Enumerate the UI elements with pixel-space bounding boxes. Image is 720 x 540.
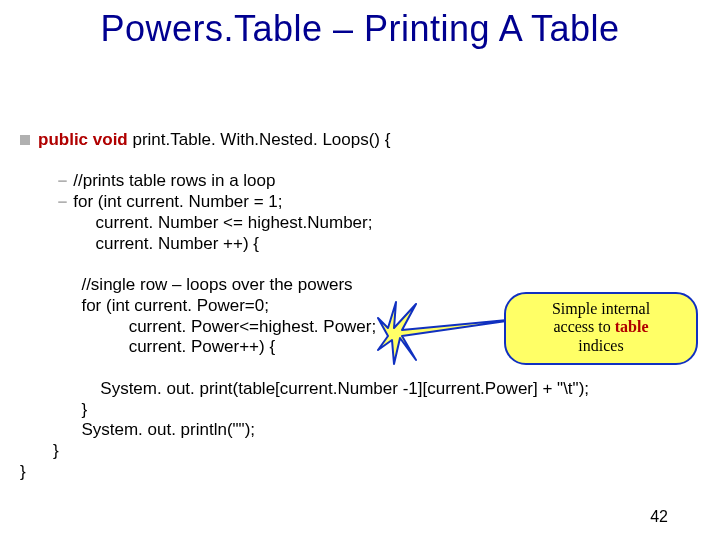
code-text: print.Table. With.Nested. Loops() { — [128, 130, 391, 149]
code-text: } — [20, 462, 26, 481]
slide-number: 42 — [650, 508, 668, 526]
code-line: –for (int current. Number = 1; — [20, 192, 700, 213]
code-text: System. out. println(""); — [81, 420, 255, 439]
code-text: //single row – loops over the powers — [81, 275, 352, 294]
title-wrap: Powers.Table – Printing A Table — [0, 8, 720, 50]
code-text: } — [53, 441, 59, 460]
code-text: current. Number ++) { — [96, 234, 259, 253]
blank-line — [20, 151, 700, 172]
code-line: } — [20, 441, 700, 462]
callout-text: Simple internal — [552, 300, 650, 317]
callout-keyword: table — [615, 318, 649, 335]
code-line: System. out. print(table[current.Number … — [20, 379, 700, 400]
code-text: //prints table rows in a loop — [73, 171, 275, 190]
slide: Powers.Table – Printing A Table public v… — [0, 0, 720, 540]
code-line: } — [20, 400, 700, 421]
bullet-square-icon — [20, 135, 30, 145]
callout-text: access to — [553, 318, 614, 335]
callout-bubble: Simple internal access to table indices — [504, 292, 698, 365]
code-text: System. out. print(table[current.Number … — [100, 379, 589, 398]
code-line: current. Number ++) { — [20, 234, 700, 255]
code-text: for (int current. Power=0; — [81, 296, 269, 315]
dash-icon: – — [58, 171, 67, 192]
dash-icon: – — [58, 192, 67, 213]
code-line: current. Number <= highest.Number; — [20, 213, 700, 234]
code-line: –//prints table rows in a loop — [20, 171, 700, 192]
code-text: } — [81, 400, 87, 419]
blank-line — [20, 254, 700, 275]
code-text: current. Power<=highest. Power; — [129, 317, 377, 336]
keyword: public — [38, 130, 88, 149]
code-text: current. Power++) { — [129, 337, 275, 356]
callout-text: indices — [578, 337, 623, 354]
code-line: } — [20, 462, 700, 483]
code-line: public void print.Table. With.Nested. Lo… — [20, 130, 700, 151]
code-text: for (int current. Number = 1; — [73, 192, 282, 211]
code-text: current. Number <= highest.Number; — [96, 213, 373, 232]
code-line: System. out. println(""); — [20, 420, 700, 441]
keyword: void — [93, 130, 128, 149]
slide-title: Powers.Table – Printing A Table — [100, 8, 619, 49]
